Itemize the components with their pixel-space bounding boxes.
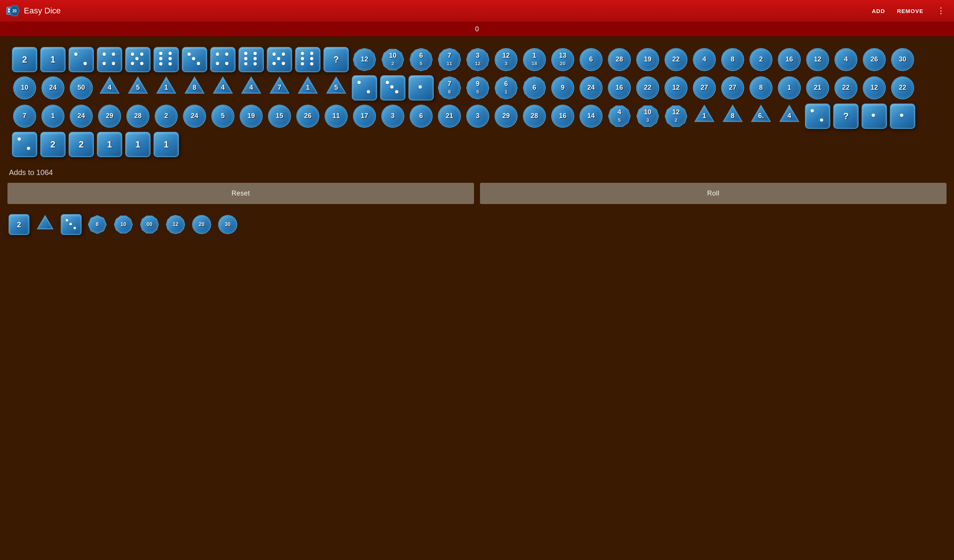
die-d6[interactable]: 2 (40, 132, 65, 157)
die-d30[interactable]: 17 (352, 104, 377, 129)
die-d6-dots[interactable] (154, 47, 179, 72)
die-d4[interactable]: 4 (97, 75, 122, 101)
die-d4[interactable]: 5 (125, 75, 151, 101)
die-d6-dots[interactable] (295, 47, 321, 72)
die-d12[interactable]: 6 (522, 75, 547, 101)
die-d6[interactable]: 1 (154, 132, 179, 157)
die-d4[interactable]: 5 (323, 75, 349, 101)
die-d20[interactable]: 4 (692, 47, 717, 72)
die-d4[interactable]: 4 (776, 104, 802, 129)
die-d30[interactable]: 6 (408, 104, 434, 129)
add-button[interactable]: ADD (870, 6, 887, 16)
die-d30[interactable]: 27 (720, 75, 745, 101)
die-d20[interactable]: 4 (833, 47, 859, 72)
die-d6-dots[interactable] (380, 75, 405, 101)
die-d6-dots[interactable] (267, 47, 292, 72)
die-d6-dots[interactable] (125, 47, 151, 72)
die-d30[interactable]: 19 (238, 104, 264, 129)
selector-die-d6dots[interactable] (61, 214, 82, 235)
die-d6-dots[interactable] (69, 47, 94, 72)
die-d30[interactable]: 21 (805, 75, 830, 101)
die-d6[interactable]: ? (833, 104, 859, 129)
die-d20[interactable]: 8 (720, 47, 745, 72)
die-d20[interactable]: 22 (663, 47, 689, 72)
die-d30[interactable]: 21 (437, 104, 462, 129)
die-d6-dots[interactable] (408, 75, 434, 101)
selector-die-d30[interactable]: 30 (217, 214, 238, 235)
die-d20[interactable]: 2 (748, 47, 774, 72)
die-d20[interactable]: 30 (890, 47, 915, 72)
die-d6[interactable]: 1 (97, 132, 122, 157)
die-d10[interactable]: 103 (635, 104, 660, 129)
die-d10[interactable]: 102 (380, 47, 405, 72)
die-d20[interactable]: 12 (805, 47, 830, 72)
die-d4[interactable]: 4 (210, 75, 235, 101)
die-d10[interactable]: 45 (607, 104, 632, 129)
die-d6-dots[interactable] (182, 47, 207, 72)
die-d20[interactable]: 1320 (550, 47, 575, 72)
die-d20[interactable]: 28 (607, 47, 632, 72)
die-d6-dots[interactable] (210, 47, 235, 72)
die-d20[interactable]: 19 (635, 47, 660, 72)
die-d20[interactable]: 123 (493, 47, 519, 72)
die-d30[interactable]: 11 (323, 104, 349, 129)
roll-button[interactable]: Roll (480, 183, 946, 204)
die-d12[interactable]: 312 (465, 47, 490, 72)
die-d30[interactable]: 27 (692, 75, 717, 101)
die-d30[interactable]: 24 (69, 104, 94, 129)
die-d30[interactable]: 7 (12, 104, 37, 129)
selector-die-d4[interactable] (35, 214, 56, 235)
die-d4[interactable]: 4 (238, 75, 264, 101)
die-d6[interactable]: 1 (125, 132, 151, 157)
die-d30[interactable]: 12 (862, 75, 887, 101)
die-d12[interactable]: 61 (493, 75, 519, 101)
die-d4[interactable]: 1 (692, 104, 717, 129)
die-d30[interactable]: 3 (465, 104, 490, 129)
die-d50[interactable]: 50 (69, 75, 94, 101)
die-d30[interactable]: 1 (40, 104, 65, 129)
die-d6[interactable]: 2 (12, 47, 37, 72)
die-d6-dots[interactable] (97, 47, 122, 72)
die-d30[interactable]: 15 (267, 104, 292, 129)
menu-button[interactable]: ⋮ (934, 5, 948, 17)
die-d6[interactable]: 1 (40, 47, 65, 72)
die-d30[interactable]: 12 (663, 75, 689, 101)
die-d6-dots[interactable] (862, 104, 887, 129)
die-d4[interactable]: 8 (720, 104, 745, 129)
selector-die-d10[interactable]: 10 (113, 214, 134, 235)
die-d12[interactable]: 78 (437, 75, 462, 101)
die-d6-dots[interactable] (12, 132, 37, 157)
die-d6-dots[interactable] (805, 104, 830, 129)
selector-die-d6[interactable]: 2 (9, 214, 30, 235)
die-d12[interactable]: 711 (437, 47, 462, 72)
die-d6[interactable]: ? (323, 47, 349, 72)
die-d30[interactable]: 28 (125, 104, 151, 129)
die-d30[interactable]: 22 (635, 75, 660, 101)
die-d6-dots[interactable] (352, 75, 377, 101)
die-d12[interactable]: 65 (408, 47, 434, 72)
die-d10[interactable]: 122 (663, 104, 689, 129)
die-d30[interactable]: 22 (833, 75, 859, 101)
die-d4[interactable]: 1 (295, 75, 321, 101)
die-d20[interactable]: 118 (522, 47, 547, 72)
die-d20[interactable]: 16 (776, 47, 802, 72)
die-d20[interactable]: 26 (862, 47, 887, 72)
die-d4[interactable]: 8 (182, 75, 207, 101)
die-d30[interactable]: 26 (295, 104, 321, 129)
die-d12[interactable]: 95 (465, 75, 490, 101)
reset-button[interactable]: Reset (8, 183, 474, 204)
die-d30[interactable]: 9 (550, 75, 575, 101)
die-d30[interactable]: 22 (890, 75, 915, 101)
die-d30[interactable]: 14 (578, 104, 604, 129)
selector-die-d8[interactable]: 8 (87, 214, 108, 235)
die-d30[interactable]: 8 (748, 75, 774, 101)
die-d30[interactable]: 16 (550, 104, 575, 129)
die-d30[interactable]: 29 (97, 104, 122, 129)
selector-die-d100[interactable]: 00 (139, 214, 160, 235)
remove-button[interactable]: REMOVE (895, 6, 925, 16)
die-d30[interactable]: 5 (210, 104, 235, 129)
die-d30[interactable]: 24 (182, 104, 207, 129)
die-d4[interactable]: 6. (748, 104, 774, 129)
die-d12[interactable]: 12 (352, 47, 377, 72)
die-d20[interactable]: 6 (578, 47, 604, 72)
